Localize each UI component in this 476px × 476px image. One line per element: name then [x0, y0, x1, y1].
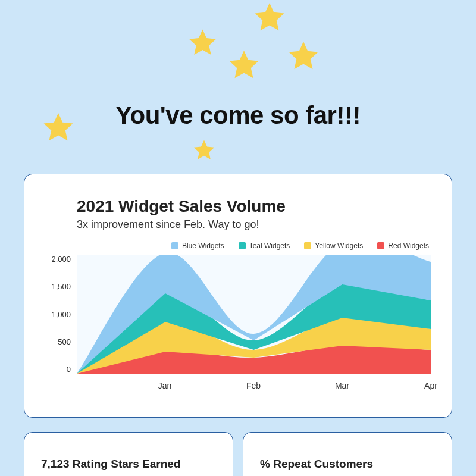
chart-legend: Blue Widgets Teal Widgets Yellow Widgets… [41, 242, 429, 250]
legend-swatch [304, 242, 311, 249]
y-tick: 1,000 [51, 310, 71, 319]
x-tick: Jan [158, 381, 172, 390]
legend-label: Red Widgets [388, 242, 429, 250]
legend-item: Teal Widgets [239, 242, 290, 250]
star-icon [186, 27, 219, 60]
y-tick: 1,500 [51, 282, 71, 291]
star-icon [252, 0, 287, 36]
y-tick: 500 [58, 337, 71, 346]
stat-title: 7,123 Rating Stars Earned [41, 458, 216, 471]
legend-swatch [171, 242, 178, 249]
x-tick: Mar [335, 381, 349, 390]
x-axis: Jan Feb Mar Apr [77, 374, 431, 386]
legend-label: Blue Widgets [182, 242, 224, 250]
area-chart [77, 255, 431, 374]
x-tick: Feb [246, 381, 261, 390]
star-icon [226, 48, 262, 83]
star-icon [192, 138, 217, 163]
chart-card: 2021 Widget Sales Volume 3x improvement … [24, 174, 452, 418]
legend-label: Teal Widgets [249, 242, 290, 250]
y-axis: 2,000 1,500 1,000 500 0 [41, 255, 77, 374]
legend-item: Red Widgets [377, 242, 429, 250]
legend-item: Yellow Widgets [304, 242, 363, 250]
page-title: You've come so far!!! [0, 101, 476, 130]
star-icon [286, 39, 321, 74]
chart-title: 2021 Widget Sales Volume [77, 197, 435, 216]
legend-swatch [377, 242, 384, 249]
legend-label: Yellow Widgets [315, 242, 363, 250]
chart-subtitle: 3x improvement since Feb. Way to go! [77, 218, 435, 231]
y-tick: 0 [67, 365, 71, 374]
x-tick: Apr [424, 381, 437, 390]
stat-card-repeat: % Repeat Customers [243, 432, 452, 476]
legend-item: Blue Widgets [171, 242, 224, 250]
area-chart-svg [77, 255, 431, 374]
stat-title: % Repeat Customers [260, 458, 435, 471]
legend-swatch [239, 242, 246, 249]
stat-card-stars: 7,123 Rating Stars Earned [24, 432, 233, 476]
y-tick: 2,000 [51, 255, 71, 264]
